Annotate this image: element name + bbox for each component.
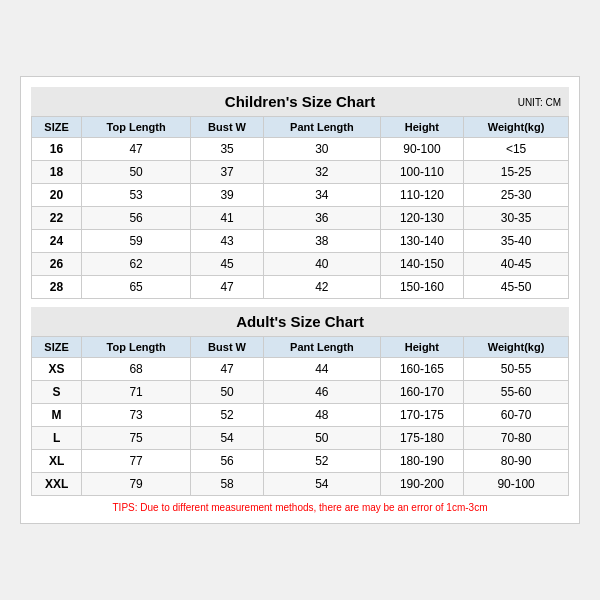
col-pant-length-header: Pant Length <box>264 117 381 138</box>
adults-section-title: Adult's Size Chart <box>31 307 569 336</box>
adult-col-pant-length-header: Pant Length <box>264 337 381 358</box>
col-bust-w-header: Bust W <box>191 117 264 138</box>
table-row: XL775652180-19080-90 <box>32 450 569 473</box>
table-row: 24594338130-14035-40 <box>32 230 569 253</box>
adult-col-size-header: SIZE <box>32 337 82 358</box>
table-row: XXL795854190-20090-100 <box>32 473 569 496</box>
table-row: 22564136120-13030-35 <box>32 207 569 230</box>
tips-text: TIPS: Due to different measurement metho… <box>31 502 569 513</box>
table-row: 28654742150-16045-50 <box>32 276 569 299</box>
table-row: 18503732100-11015-25 <box>32 161 569 184</box>
col-height-header: Height <box>380 117 463 138</box>
col-weight-header: Weight(kg) <box>464 117 569 138</box>
adults-title-text: Adult's Size Chart <box>236 313 364 330</box>
table-row: XS684744160-16550-55 <box>32 358 569 381</box>
table-row: S715046160-17055-60 <box>32 381 569 404</box>
col-size-header: SIZE <box>32 117 82 138</box>
chart-container: Children's Size Chart UNIT: CM SIZE Top … <box>20 76 580 524</box>
children-section-title: Children's Size Chart UNIT: CM <box>31 87 569 116</box>
adults-header-row: SIZE Top Length Bust W Pant Length Heigh… <box>32 337 569 358</box>
table-row: 20533934110-12025-30 <box>32 184 569 207</box>
table-row: 1647353090-100<15 <box>32 138 569 161</box>
children-title-text: Children's Size Chart <box>225 93 375 110</box>
children-unit-label: UNIT: CM <box>518 96 561 107</box>
adults-size-table: SIZE Top Length Bust W Pant Length Heigh… <box>31 336 569 496</box>
table-row: M735248170-17560-70 <box>32 404 569 427</box>
table-row: L755450175-18070-80 <box>32 427 569 450</box>
adult-col-weight-header: Weight(kg) <box>464 337 569 358</box>
adult-col-bust-w-header: Bust W <box>191 337 264 358</box>
adult-col-top-length-header: Top Length <box>82 337 191 358</box>
children-size-table: SIZE Top Length Bust W Pant Length Heigh… <box>31 116 569 299</box>
children-header-row: SIZE Top Length Bust W Pant Length Heigh… <box>32 117 569 138</box>
col-top-length-header: Top Length <box>82 117 191 138</box>
table-row: 26624540140-15040-45 <box>32 253 569 276</box>
adult-col-height-header: Height <box>380 337 463 358</box>
